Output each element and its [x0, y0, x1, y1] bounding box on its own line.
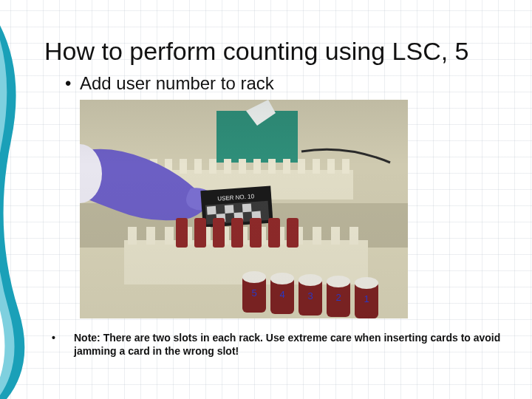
svg-rect-66 [80, 100, 408, 318]
slide-title: How to perform counting using LSC, 5 [44, 37, 510, 66]
decorative-wave [0, 0, 44, 399]
content-area: How to perform counting using LSC, 5 Add… [44, 37, 510, 384]
note-bullet: Note: There are two slots in each rack. … [44, 332, 510, 358]
bullet-add-user-number: Add user number to rack [65, 73, 510, 94]
bullet-list: Add user number to rack [44, 73, 510, 94]
note-text: Note: There are two slots in each rack. … [74, 332, 500, 357]
image-container: USER NO. 10 5 [44, 100, 510, 318]
note-list: Note: There are two slots in each rack. … [44, 332, 510, 358]
instruction-photo: USER NO. 10 5 [80, 100, 408, 318]
slide: How to perform counting using LSC, 5 Add… [0, 0, 532, 399]
